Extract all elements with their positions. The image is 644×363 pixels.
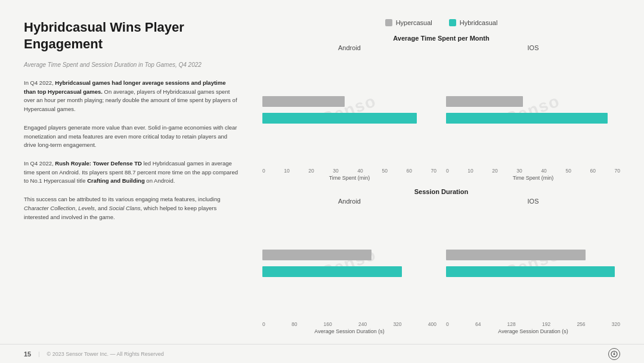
ios-time-axis-label: Time Spent (min) [446,175,620,181]
android-session-bars [262,248,436,278]
hypercasual-bar-ios [446,96,523,107]
bar-row-hybridcasual [262,112,436,125]
android-session-label: Android [262,198,436,205]
time-spent-row: Android Senso [262,44,620,181]
svg-point-1 [614,353,615,355]
footer-left: 15 | © 2023 Sensor Tower Inc. — All Righ… [24,350,164,358]
hypercasual-bar [262,96,345,107]
android-time-label: Android [262,44,436,51]
ios-session-axis: 0 64 128 192 256 320 [446,321,620,327]
session-hybridcasual-bar-ios [446,266,615,277]
page-number: 15 [24,350,31,358]
android-session-axis-label: Average Session Duration (s) [262,328,436,334]
android-session-wrap: Senso [262,207,436,334]
session-bar-row-hypercasual [262,248,436,262]
session-duration-title: Session Duration [262,188,620,195]
android-time-bars [262,95,436,125]
charts-section: Average Time Spent per Month Android Sen… [262,35,620,334]
legend-hypercasual: Hypercasual [385,19,432,26]
bar-row-hybridcasual-ios [446,112,620,125]
ios-time-chart: IOS Senso [446,44,620,181]
legend-hybridcasual: Hybridcasual [449,19,498,26]
android-time-wrap: Senso [262,54,436,181]
footer: 15 | © 2023 Sensor Tower Inc. — All Righ… [0,344,644,363]
copyright: © 2023 Sensor Tower Inc. — All Rights Re… [47,351,164,357]
ios-time-axis: 0 10 20 30 40 50 60 70 [446,168,620,174]
hypercasual-label: Hypercasual [396,19,432,26]
ios-session-axis-label: Average Session Duration (s) [446,328,620,334]
session-bar-row-hybridcasual [262,265,436,278]
left-panel: Hybridcasual Wins Player Engagement Aver… [24,19,239,334]
hypercasual-color-swatch [385,19,392,26]
session-duration-group: Session Duration Android Senso [262,188,620,334]
android-time-axis-label: Time Spent (min) [262,175,436,181]
logo-icon [611,350,618,358]
bar-row-hypercasual [262,95,436,108]
session-hybridcasual-bar [262,266,402,277]
ios-time-bars [446,95,620,125]
ios-time-label: IOS [446,44,620,51]
chart-legend: Hypercasual Hybridcasual [262,19,620,26]
ios-session-chart: IOS Senso [446,198,620,334]
paragraph-1: In Q4 2022, Hybridcasual games had longe… [24,79,239,114]
right-panel: Hypercasual Hybridcasual Average Time Sp… [262,19,620,334]
paragraph-2: Engaged players generate more value than… [24,124,239,150]
subtitle: Average Time Spent and Session Duration … [24,61,239,68]
ios-session-bars [446,248,620,278]
ios-session-label: IOS [446,198,620,205]
time-spent-group: Average Time Spent per Month Android Sen… [262,35,620,181]
hybridcasual-bar-ios [446,113,608,124]
hybridcasual-color-swatch [449,19,456,26]
bar-row-hypercasual-ios [446,95,620,108]
session-duration-row: Android Senso [262,198,620,334]
android-session-axis: 0 80 160 240 320 400 [262,321,436,327]
android-time-axis: 0 10 20 30 40 50 60 70 [262,168,436,174]
page-title: Hybridcasual Wins Player Engagement [24,19,239,52]
paragraph-3: In Q4 2022, Rush Royale: Tower Defense T… [24,159,239,186]
ios-time-wrap: Senso [446,54,620,181]
time-spent-title: Average Time Spent per Month [262,35,620,42]
sensortower-logo [608,348,620,360]
hybridcasual-label: Hybridcasual [460,19,498,26]
session-bar-row-hybridcasual-ios [446,265,620,278]
ios-session-wrap: Senso [446,207,620,334]
paragraph-4: This success can be attributed to its va… [24,195,239,222]
session-hypercasual-bar-ios [446,250,586,260]
hybridcasual-bar [262,113,417,124]
session-hypercasual-bar [262,250,371,260]
session-bar-row-hypercasual-ios [446,248,620,262]
android-session-chart: Android Senso [262,198,436,334]
android-time-chart: Android Senso [262,44,436,181]
